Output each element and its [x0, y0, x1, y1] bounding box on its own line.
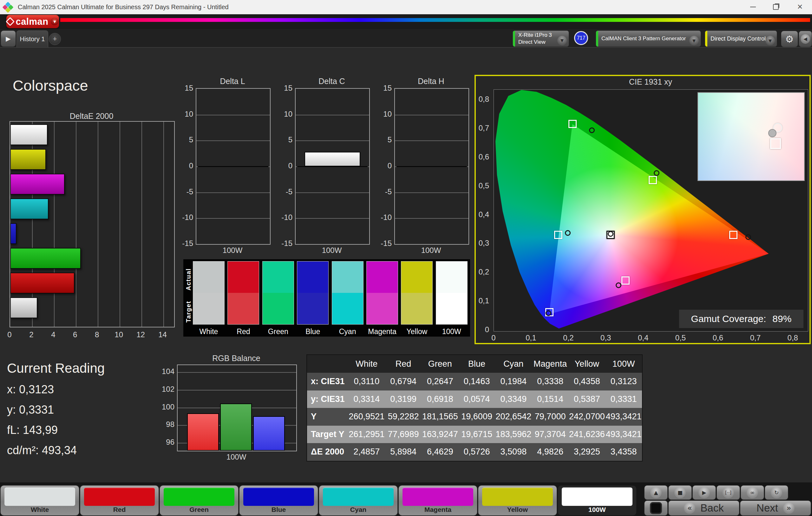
delta-h-y-axis: 151050-5-10-15 — [369, 88, 392, 243]
chevron-down-icon: ▼ — [51, 18, 58, 25]
pattern-button-white[interactable]: White — [1, 486, 79, 515]
current-reading-y: y: 0,3331 — [7, 403, 54, 417]
delta-h-chart — [394, 88, 469, 245]
play-button[interactable]: ▶ — [693, 486, 716, 499]
step-series-button[interactable]: [··] — [717, 486, 740, 499]
deltae-2000-chart — [9, 121, 175, 327]
swatch-column-magenta: Magenta — [366, 261, 398, 336]
settings-button[interactable]: ⚙ — [781, 31, 798, 47]
continuous-measure-button[interactable]: ∞ — [741, 486, 764, 499]
table-column-header: White — [348, 359, 385, 369]
close-button[interactable]: ✕ — [793, 0, 807, 13]
color-swatch — [366, 261, 398, 325]
gridline — [142, 122, 142, 327]
color-swatch — [297, 261, 328, 325]
gridline — [395, 218, 468, 219]
axis-tick-label: 0 — [387, 161, 392, 170]
calman-logo-text: calman — [16, 17, 49, 27]
deltae-bar-cyan — [10, 199, 49, 219]
axis-tick-label: 2 — [29, 330, 33, 339]
pattern-button-magenta[interactable]: Magenta — [399, 486, 477, 515]
display-dropdown-label: Direct Display Control — [710, 35, 766, 42]
gridline — [54, 122, 55, 327]
tab-history-1[interactable]: History 1 — [17, 30, 48, 47]
actual-swatch — [436, 262, 467, 293]
axis-tick-label: 15 — [184, 84, 193, 93]
actual-swatch — [401, 262, 432, 293]
cie-measured-marker — [616, 282, 621, 288]
chevron-double-left-icon: « — [684, 503, 695, 514]
tab-scroll-button[interactable]: ▶ — [1, 30, 16, 47]
axis-tick-label: 0,8 — [478, 95, 489, 104]
maximize-button[interactable] — [769, 0, 783, 13]
axis-tick-label: 0,6 — [478, 152, 489, 161]
pattern-button-label: Red — [80, 506, 158, 513]
axis-tick-label: 96 — [166, 438, 174, 447]
next-button[interactable]: Next » — [740, 501, 811, 515]
pattern-button-yellow[interactable]: Yellow — [478, 486, 557, 515]
stop-button[interactable]: ■ — [669, 486, 692, 499]
pattern-button-green[interactable]: Green — [160, 486, 238, 515]
rgb-balance-x-label: 100W — [177, 453, 296, 461]
expand-up-button[interactable]: ▲ — [644, 486, 667, 499]
table-row-label: x: CIE31 — [307, 376, 348, 386]
color-swatch — [401, 261, 433, 325]
axis-tick-label: -10 — [381, 213, 392, 222]
meter-dropdown[interactable]: X-Rite i1Pro 3Direct View ▼ — [513, 30, 569, 47]
pattern-generator-dropdown[interactable]: CalMAN Client 3 Pattern Generator ▼ — [596, 30, 701, 47]
swatch-label: Blue — [297, 327, 328, 336]
table-cell: 0,1984 — [495, 376, 532, 386]
gridline — [395, 115, 468, 115]
tab-label: History 1 — [20, 35, 45, 43]
refresh-button[interactable]: ↻ — [765, 486, 788, 499]
axis-tick-label: 0,3 — [601, 333, 611, 342]
pattern-button-100w[interactable]: 100W — [558, 486, 636, 515]
cie-measured-marker — [546, 310, 551, 316]
cie-measured-marker — [745, 234, 751, 240]
add-tab-button[interactable]: + — [49, 33, 61, 45]
target-swatch — [297, 293, 328, 324]
table-row-label: ΔE 2000 — [307, 447, 348, 457]
swatch-comparison-panel: Actual Target WhiteRedGreenBlueCyanMagen… — [183, 259, 470, 337]
display-status-stripe — [705, 31, 707, 47]
pattern-button-cyan[interactable]: Cyan — [319, 486, 398, 515]
cie-target-marker — [649, 176, 657, 184]
table-cell: 0,4358 — [569, 376, 606, 386]
gamut-coverage-label: Gamut Coverage: — [691, 313, 766, 324]
collapse-panel-button[interactable]: ◀ — [799, 31, 812, 47]
target-swatch — [263, 293, 294, 324]
actual-swatch — [228, 262, 259, 293]
rgb-bar-blue — [253, 416, 285, 451]
target-swatch — [367, 293, 398, 324]
target-swatch — [332, 293, 363, 324]
swatch-label: 100W — [436, 327, 467, 336]
display-control-dropdown[interactable]: Direct Display Control ▼ — [705, 30, 777, 47]
deltae-bar-green — [10, 248, 81, 269]
pattern-button-blue[interactable]: Blue — [239, 486, 318, 515]
table-cell: 183,5962 — [495, 429, 532, 439]
gridline — [296, 115, 369, 115]
pattern-button-label: Cyan — [319, 506, 398, 513]
deltae-bar-yellow — [10, 149, 46, 170]
axis-tick-label: 8 — [95, 330, 99, 339]
target-swatch — [436, 293, 467, 324]
back-button[interactable]: « Back — [669, 501, 739, 515]
table-cell: 3,2925 — [569, 447, 606, 457]
axis-tick-label: -15 — [381, 239, 392, 248]
minimize-button[interactable] — [746, 0, 760, 13]
table-column-header: 100W — [605, 359, 642, 369]
table-cell: 0,5726 — [458, 447, 495, 457]
calman-menu-button[interactable]: calman ▼ — [6, 15, 59, 28]
pattern-swatch — [403, 487, 473, 506]
color-swatch — [262, 261, 294, 325]
target-swatch — [193, 293, 224, 324]
rgb-bar-green — [220, 403, 252, 451]
delta-c-chart — [295, 88, 370, 245]
pattern-button-label: Yellow — [478, 506, 557, 513]
swatch-label: White — [193, 327, 225, 336]
table-cell: 0,5387 — [569, 394, 606, 404]
swatch-column-100w: 100W — [436, 261, 467, 336]
current-reading-title: Current Reading — [7, 361, 105, 376]
pattern-button-red[interactable]: Red — [80, 486, 158, 515]
pattern-window-button[interactable] — [644, 501, 667, 515]
